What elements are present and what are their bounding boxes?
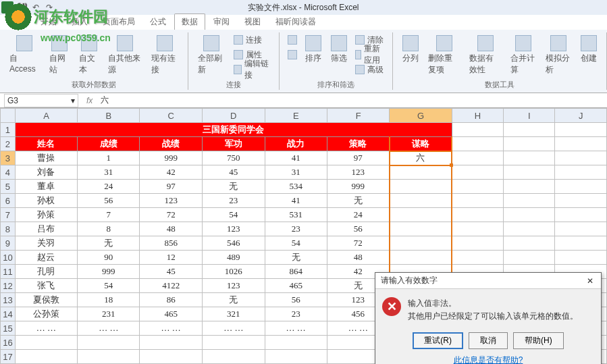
cell[interactable]: 23 <box>265 307 327 321</box>
cell[interactable] <box>504 208 555 222</box>
cell[interactable] <box>15 350 77 364</box>
cell[interactable]: 321 <box>203 307 265 321</box>
cell[interactable] <box>203 350 265 364</box>
tab-foxit[interactable]: 福昕阅读器 <box>269 14 323 30</box>
cell[interactable]: 45 <box>140 265 203 279</box>
cell[interactable] <box>452 194 504 208</box>
row-header-17[interactable]: 17 <box>1 350 16 364</box>
cell[interactable] <box>452 222 504 236</box>
cell[interactable]: 7 <box>78 208 140 222</box>
cell[interactable]: 864 <box>265 265 327 279</box>
sort-az-button[interactable] <box>285 32 300 47</box>
row-header-14[interactable]: 14 <box>1 307 16 321</box>
cell[interactable] <box>555 222 607 236</box>
cell[interactable]: 23 <box>203 194 265 208</box>
cell[interactable]: 546 <box>203 236 265 251</box>
cell[interactable]: 8 <box>78 222 140 236</box>
sort-button[interactable]: 排序 <box>301 32 325 67</box>
cell[interactable]: 23 <box>265 222 327 236</box>
row-header-5[interactable]: 5 <box>1 180 16 194</box>
cell[interactable]: 孙权 <box>15 194 77 208</box>
whatif-button[interactable]: 模拟分析 <box>542 32 575 78</box>
cell[interactable]: 六 <box>390 151 452 165</box>
row-header-9[interactable]: 9 <box>1 236 16 251</box>
cell[interactable]: 无 <box>265 251 327 265</box>
cell[interactable] <box>555 137 607 151</box>
cell[interactable] <box>555 251 607 265</box>
cell[interactable] <box>452 236 504 251</box>
cell[interactable] <box>452 165 504 180</box>
chevron-down-icon[interactable]: ▾ <box>71 96 75 105</box>
row-header-10[interactable]: 10 <box>1 251 16 265</box>
column-header-B[interactable]: B <box>78 109 140 123</box>
cell[interactable] <box>452 180 504 194</box>
cell[interactable]: 856 <box>140 236 203 251</box>
cell[interactable]: 72 <box>140 208 203 222</box>
cell[interactable] <box>555 180 607 194</box>
cell[interactable]: 1026 <box>203 265 265 279</box>
table-header[interactable]: 战力 <box>265 137 327 151</box>
cell[interactable] <box>555 208 607 222</box>
cell[interactable]: 999 <box>140 151 203 165</box>
cell[interactable] <box>555 151 607 165</box>
cell[interactable] <box>555 165 607 180</box>
dialog-titlebar[interactable]: 请输入有效数字 ✕ <box>375 273 601 289</box>
table-header[interactable]: 姓名 <box>15 137 77 151</box>
column-header-C[interactable]: C <box>140 109 203 123</box>
refresh-all-button[interactable]: 全部刷新 <box>194 32 230 78</box>
cell[interactable]: 42 <box>140 165 203 180</box>
cell[interactable]: 1 <box>78 151 140 165</box>
column-header-D[interactable]: D <box>203 109 265 123</box>
cell[interactable]: 4122 <box>140 279 203 293</box>
cell[interactable]: 750 <box>203 151 265 165</box>
cell[interactable] <box>555 123 607 137</box>
cell[interactable]: 54 <box>265 236 327 251</box>
cell[interactable] <box>15 336 77 350</box>
cell[interactable] <box>452 251 504 265</box>
cell[interactable]: … … <box>15 321 77 336</box>
cell[interactable] <box>452 151 504 165</box>
formula-bar[interactable]: 六 <box>97 95 607 106</box>
column-header-E[interactable]: E <box>265 109 327 123</box>
column-header-A[interactable]: A <box>15 109 77 123</box>
cell[interactable]: 90 <box>78 251 140 265</box>
cell[interactable]: … … <box>203 321 265 336</box>
table-header[interactable]: 军功 <box>203 137 265 151</box>
cell[interactable] <box>504 236 555 251</box>
cell[interactable]: 56 <box>327 222 389 236</box>
cell[interactable]: 97 <box>327 151 389 165</box>
cell[interactable]: 97 <box>140 180 203 194</box>
retry-button[interactable]: 重试(R) <box>413 332 463 349</box>
cell[interactable]: 孔明 <box>15 265 77 279</box>
help-link[interactable]: 此信息是否有帮助? <box>454 355 523 364</box>
connections-button[interactable]: 连接 <box>231 32 273 47</box>
tab-review[interactable]: 审阅 <box>207 14 236 30</box>
tab-data[interactable]: 数据 <box>174 14 205 30</box>
cell[interactable] <box>390 208 452 222</box>
cell[interactable] <box>390 180 452 194</box>
cell[interactable] <box>452 123 504 137</box>
table-header[interactable]: 谋略 <box>390 137 452 151</box>
edit-links-button[interactable]: 编辑链接 <box>231 62 273 77</box>
cell[interactable]: 41 <box>265 151 327 165</box>
table-header[interactable]: 策略 <box>327 137 389 151</box>
cell[interactable]: 赵云 <box>15 251 77 265</box>
consolidate-button[interactable]: 合并计算 <box>506 32 540 78</box>
cell[interactable] <box>203 336 265 350</box>
cell[interactable]: 无 <box>78 236 140 251</box>
row-header-12[interactable]: 12 <box>1 279 16 293</box>
cell[interactable]: 41 <box>265 194 327 208</box>
cell[interactable]: 无 <box>203 293 265 307</box>
table-header[interactable]: 战绩 <box>140 137 203 151</box>
cell[interactable] <box>504 251 555 265</box>
advanced-button[interactable]: 高级 <box>352 62 387 77</box>
cell[interactable] <box>265 350 327 364</box>
row-header-6[interactable]: 6 <box>1 194 16 208</box>
cell[interactable] <box>504 165 555 180</box>
column-header-H[interactable]: H <box>452 109 504 123</box>
cell[interactable]: 465 <box>265 279 327 293</box>
cell[interactable]: 18 <box>78 293 140 307</box>
row-header-1[interactable]: 1 <box>1 123 16 137</box>
cancel-button[interactable]: 取消 <box>469 332 508 349</box>
fx-icon[interactable]: fx <box>86 96 93 105</box>
